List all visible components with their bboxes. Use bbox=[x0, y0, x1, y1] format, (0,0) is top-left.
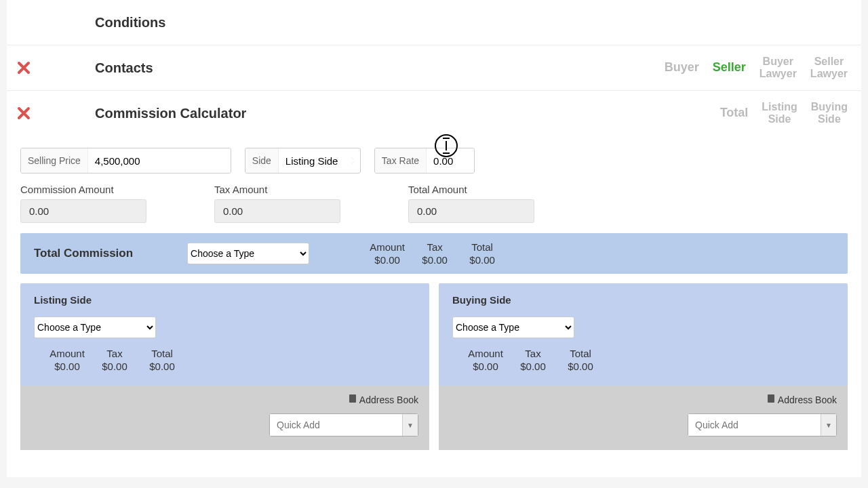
tab-seller-lawyer[interactable]: Seller Lawyer bbox=[810, 56, 848, 79]
calculator-row: Commission Calculator Total Listing Side… bbox=[7, 91, 861, 136]
side-group: Side Listing Side bbox=[245, 148, 361, 174]
tax-amount-value: 0.00 bbox=[214, 199, 340, 223]
book-icon bbox=[349, 394, 357, 405]
total-amount-value: 0.00 bbox=[408, 199, 534, 223]
listing-quick-add[interactable]: ▼ bbox=[269, 413, 418, 436]
svg-rect-0 bbox=[349, 394, 356, 403]
total-commission-bar: Total Commission Choose a Type Amount Ta… bbox=[20, 233, 848, 274]
tax-rate-group: Tax Rate bbox=[374, 148, 475, 174]
chevron-down-icon[interactable]: ▼ bbox=[402, 414, 418, 436]
tab-listing-side[interactable]: Listing Side bbox=[762, 101, 797, 125]
tab-total[interactable]: Total bbox=[720, 106, 749, 120]
listing-side-panel: Listing Side Choose a Type Amount Tax To… bbox=[20, 283, 429, 450]
contacts-title: Contacts bbox=[34, 60, 665, 76]
sides-row: Listing Side Choose a Type Amount Tax To… bbox=[7, 274, 861, 450]
buying-type-select[interactable]: Choose a Type bbox=[452, 317, 574, 338]
listing-values: Amount Tax Total $0.00 $0.00 $0.00 bbox=[43, 348, 416, 372]
commission-amount-label: Commission Amount bbox=[20, 184, 146, 195]
buying-side-title: Buying Side bbox=[452, 294, 834, 306]
calculator-tabs: Total Listing Side Buying Side bbox=[720, 101, 848, 125]
tab-buyer-lawyer[interactable]: Buyer Lawyer bbox=[760, 56, 797, 79]
buying-values: Amount Tax Total $0.00 $0.00 $0.00 bbox=[462, 348, 834, 372]
buying-side-panel: Buying Side Choose a Type Amount Tax Tot… bbox=[439, 283, 848, 450]
buying-quick-add-input[interactable] bbox=[688, 414, 821, 436]
remove-contacts-icon[interactable] bbox=[14, 61, 34, 75]
contacts-row: Contacts Buyer Seller Buyer Lawyer Selle… bbox=[7, 45, 861, 91]
listing-side-title: Listing Side bbox=[34, 294, 416, 306]
total-commission-values: Amount Tax Total $0.00 $0.00 $0.00 bbox=[363, 241, 506, 266]
total-commission-type-select[interactable]: Choose a Type bbox=[187, 243, 309, 264]
tab-seller[interactable]: Seller bbox=[713, 61, 746, 75]
total-amount-label: Total Amount bbox=[408, 184, 534, 195]
book-icon bbox=[767, 394, 775, 405]
buying-address-book-link[interactable]: Address Book bbox=[450, 394, 837, 405]
tax-amount-label: Tax Amount bbox=[214, 184, 340, 195]
remove-calculator-icon[interactable] bbox=[14, 106, 34, 120]
selling-price-group: Selling Price bbox=[20, 148, 231, 174]
tax-rate-label: Tax Rate bbox=[375, 148, 427, 173]
side-select[interactable]: Listing Side bbox=[279, 155, 360, 167]
selling-price-input[interactable] bbox=[88, 148, 231, 173]
chevron-down-icon[interactable]: ▼ bbox=[821, 414, 836, 436]
listing-address-book-link[interactable]: Address Book bbox=[31, 394, 418, 405]
selling-price-label: Selling Price bbox=[21, 148, 88, 173]
side-label: Side bbox=[245, 148, 279, 173]
listing-type-select[interactable]: Choose a Type bbox=[34, 317, 156, 338]
buying-quick-add[interactable]: ▼ bbox=[688, 413, 837, 436]
svg-rect-1 bbox=[768, 394, 774, 403]
conditions-row: Conditions bbox=[7, 0, 861, 45]
amounts-row: Commission Amount 0.00 Tax Amount 0.00 T… bbox=[7, 180, 861, 233]
tab-buying-side[interactable]: Buying Side bbox=[811, 101, 848, 125]
calculator-title: Commission Calculator bbox=[34, 106, 720, 121]
contacts-tabs: Buyer Seller Buyer Lawyer Seller Lawyer bbox=[665, 56, 848, 79]
commission-amount-value: 0.00 bbox=[20, 199, 146, 223]
tab-buyer[interactable]: Buyer bbox=[665, 61, 699, 75]
listing-quick-add-input[interactable] bbox=[270, 414, 402, 436]
total-commission-title: Total Commission bbox=[34, 247, 133, 260]
conditions-title: Conditions bbox=[34, 15, 848, 30]
calculator-form-row: Selling Price Side Listing Side Tax Rate bbox=[7, 136, 861, 180]
tax-rate-input[interactable] bbox=[427, 148, 474, 173]
